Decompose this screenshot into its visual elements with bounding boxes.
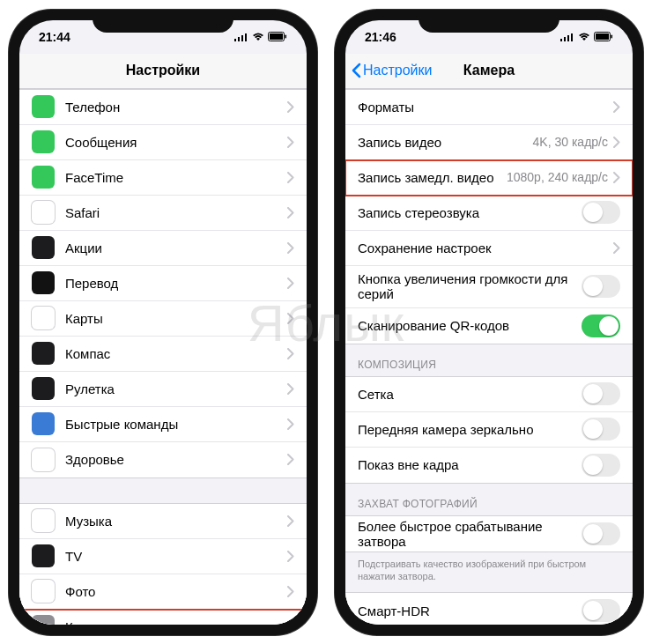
chevron-left-icon — [351, 63, 361, 78]
camera-row-более-быстрое-срабатывание-затвора[interactable]: Более быстрое срабатывание затвора — [345, 516, 633, 551]
chevron-right-icon — [287, 242, 294, 254]
camera-group-capture: Более быстрое срабатывание затвора — [345, 515, 633, 552]
row-label: Более быстрое срабатывание затвора — [358, 519, 582, 549]
signal-icon — [560, 33, 574, 41]
settings-row-фото[interactable]: Фото — [19, 574, 307, 610]
screen-right: 21:46 Настройки Камера ФорматыЗапись вид… — [345, 20, 633, 625]
toggle[interactable] — [582, 522, 620, 545]
toggle[interactable] — [582, 315, 620, 337]
chevron-right-icon — [287, 551, 294, 562]
row-label: Камера — [65, 619, 287, 625]
camera-group-1: ФорматыЗапись видео4K, 30 кадр/сЗапись з… — [345, 89, 633, 344]
toggle[interactable] — [582, 382, 620, 405]
row-label: Быстрые команды — [65, 417, 287, 432]
settings-row-перевод[interactable]: Перевод — [19, 266, 307, 301]
app-icon — [32, 166, 55, 189]
toggle[interactable] — [582, 418, 620, 440]
chevron-right-icon — [613, 137, 620, 148]
camera-row-запись-замедл-видео[interactable]: Запись замедл. видео1080p, 240 кадр/с — [345, 160, 633, 196]
battery-icon — [268, 32, 287, 41]
camera-row-кнопка-увеличения-громкости-для-серий[interactable]: Кнопка увеличения громкости для серий — [345, 266, 633, 308]
settings-row-акции[interactable]: Акции — [19, 231, 307, 266]
row-label: Запись замедл. видео — [358, 170, 507, 185]
section-header-composition: КОМПОЗИЦИЯ — [345, 344, 633, 376]
notch — [93, 10, 233, 33]
camera-row-сетка[interactable]: Сетка — [345, 377, 633, 412]
row-label: TV — [65, 549, 287, 564]
settings-row-быстрые-команды[interactable]: Быстрые команды — [19, 407, 307, 442]
row-label: Запись стереозвука — [358, 205, 582, 220]
row-label: Фото — [65, 584, 287, 599]
camera-row-передняя-камера-зеркально[interactable]: Передняя камера зеркально — [345, 412, 633, 448]
app-icon — [32, 377, 55, 400]
chevron-right-icon — [287, 621, 294, 625]
row-label: Перевод — [65, 276, 287, 291]
toggle[interactable] — [582, 454, 620, 477]
svg-rect-7 — [560, 39, 562, 41]
toggle[interactable] — [582, 201, 620, 224]
camera-row-сканирование-qr-кодов[interactable]: Сканирование QR-кодов — [345, 308, 633, 344]
row-label: Кнопка увеличения громкости для серий — [358, 271, 582, 301]
settings-row-музыка[interactable]: Музыка — [19, 504, 307, 539]
toggle[interactable] — [582, 599, 620, 622]
chevron-right-icon — [287, 586, 294, 597]
row-label: Сетка — [358, 387, 582, 402]
page-title: Настройки — [126, 63, 200, 78]
signal-icon — [234, 33, 248, 41]
row-detail: 1080p, 240 кадр/с — [507, 170, 608, 184]
toggle[interactable] — [582, 275, 620, 298]
row-label: Смарт-HDR — [358, 603, 582, 618]
row-label: Здоровье — [65, 452, 287, 467]
camera-row-показ-вне-кадра[interactable]: Показ вне кадра — [345, 448, 633, 483]
status-indicators — [234, 32, 287, 41]
settings-row-здоровье[interactable]: Здоровье — [19, 442, 307, 477]
row-label: Сканирование QR-кодов — [358, 318, 582, 333]
svg-rect-5 — [270, 33, 283, 40]
screen-left: 21:44 Настройки ТелефонСообщенияFaceTime… — [19, 20, 307, 625]
camera-group-hdr: Смарт-HDR — [345, 592, 633, 624]
app-icon — [32, 236, 55, 259]
back-button[interactable]: Настройки — [351, 63, 432, 78]
svg-rect-12 — [596, 33, 609, 40]
status-time: 21:44 — [39, 30, 70, 44]
battery-icon — [594, 32, 613, 41]
svg-rect-0 — [234, 39, 236, 41]
content-left[interactable]: ТелефонСообщенияFaceTimeSafariАкцииПерев… — [19, 89, 307, 625]
chevron-right-icon — [287, 418, 294, 430]
camera-row-запись-видео[interactable]: Запись видео4K, 30 кадр/с — [345, 125, 633, 160]
settings-row-рулетка[interactable]: Рулетка — [19, 372, 307, 407]
status-indicators — [560, 32, 613, 41]
chevron-right-icon — [287, 278, 294, 289]
row-label: FaceTime — [65, 170, 287, 185]
chevron-right-icon — [613, 172, 620, 183]
camera-row-запись-стереозвука[interactable]: Запись стереозвука — [345, 196, 633, 231]
camera-row-сохранение-настроек[interactable]: Сохранение настроек — [345, 231, 633, 266]
settings-row-facetime[interactable]: FaceTime — [19, 160, 307, 196]
content-right[interactable]: ФорматыЗапись видео4K, 30 кадр/сЗапись з… — [345, 89, 633, 625]
row-label: Safari — [65, 205, 287, 220]
row-label: Карты — [65, 311, 287, 326]
chevron-right-icon — [287, 207, 294, 218]
settings-row-safari[interactable]: Safari — [19, 196, 307, 231]
settings-row-tv[interactable]: TV — [19, 539, 307, 574]
settings-row-карты[interactable]: Карты — [19, 301, 307, 337]
settings-row-камера[interactable]: Камера — [19, 610, 307, 625]
settings-row-телефон[interactable]: Телефон — [19, 90, 307, 125]
svg-rect-3 — [245, 33, 247, 41]
row-label: Сохранение настроек — [358, 241, 613, 255]
camera-group-composition: СеткаПередняя камера зеркальноПоказ вне … — [345, 376, 633, 484]
row-label: Передняя камера зеркально — [358, 422, 582, 437]
chevron-right-icon — [287, 313, 294, 324]
settings-group-2: МузыкаTVФотоКамераКнигиGame Center — [19, 503, 307, 625]
row-label: Сообщения — [65, 135, 287, 150]
status-time: 21:46 — [365, 30, 396, 44]
chevron-right-icon — [287, 101, 294, 113]
app-icon — [32, 580, 55, 603]
app-icon — [32, 412, 55, 435]
settings-row-компас[interactable]: Компас — [19, 337, 307, 372]
app-icon — [32, 201, 55, 224]
settings-row-сообщения[interactable]: Сообщения — [19, 125, 307, 160]
wifi-icon — [578, 33, 590, 41]
camera-row-смарт-hdr[interactable]: Смарт-HDR — [345, 593, 633, 624]
camera-row-форматы[interactable]: Форматы — [345, 90, 633, 125]
